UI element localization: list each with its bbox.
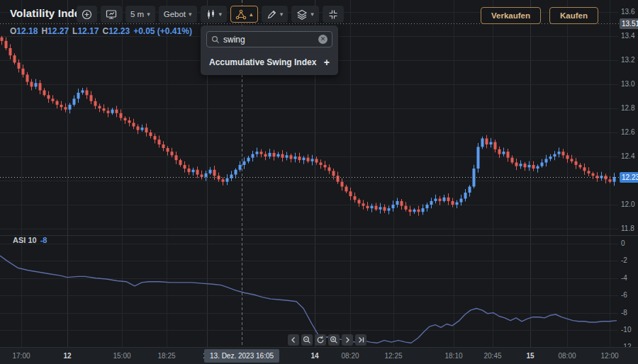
time-axis-label: 15 (526, 352, 534, 360)
zoom-out-icon (303, 336, 311, 344)
collapse-button[interactable] (323, 6, 344, 23)
indicator-search-popup: ✕ Accumulative Swing Index + (201, 25, 338, 75)
open-label: O (10, 26, 16, 36)
chevron-down-icon: ▾ (147, 11, 150, 18)
time-axis-label: 12:25 (384, 352, 402, 360)
price-axis-label: 0 (621, 239, 625, 247)
collapse-icon (328, 9, 339, 20)
candlestick-icon (206, 9, 216, 20)
price-axis-label: -10 (621, 326, 631, 334)
trade-buttons: Verkaufen Kaufen (481, 7, 598, 24)
chart-window: Volatility Index 5 m ▾ Gebot (0, 0, 638, 364)
time-axis-label: 12 (63, 352, 71, 360)
time-axis-label: 18:25 (157, 352, 175, 360)
price-axis-label: 13.4 (621, 32, 634, 40)
close-label: C (102, 26, 108, 36)
ohlc-legend: O12.18 H12.27 L12.17 C12.23 +0.05 (+0.41… (10, 26, 192, 36)
high-label: H (41, 26, 47, 36)
price-axis-label: -4 (621, 274, 627, 282)
chart-type-dropdown[interactable]: ▾ (201, 6, 228, 23)
time-axis-label: 17:00 (12, 352, 30, 360)
zoom-out-button[interactable] (301, 334, 313, 346)
asi-value: -8 (40, 236, 47, 244)
price-type-label: Gebot (164, 10, 186, 18)
price-type-dropdown[interactable]: Gebot ▾ (159, 6, 197, 23)
layers-icon (296, 9, 308, 20)
search-icon (211, 35, 220, 44)
reset-view-button[interactable] (315, 334, 326, 346)
go-to-end-button[interactable] (355, 334, 366, 346)
time-axis[interactable]: 17:001215:0018:25131408:2012:2518:1020:4… (0, 347, 638, 364)
chevron-right-icon (344, 336, 351, 343)
zoom-in-icon (330, 336, 338, 344)
price-axis[interactable]: 13.613.413.213.012.812.612.412.212.011.8… (620, 0, 638, 347)
price-axis-label: 12.4 (621, 152, 634, 160)
chevron-down-icon: ▾ (280, 11, 284, 18)
high-value: 12.27 (47, 26, 69, 36)
close-value: 12.23 (108, 26, 130, 36)
chart-nav-controls (288, 334, 366, 346)
asi-line[interactable] (0, 256, 617, 343)
time-axis-label: 14 (310, 352, 318, 360)
sell-button[interactable]: Verkaufen (481, 7, 541, 24)
price-axis-label: 12.6 (621, 128, 634, 136)
price-axis-label: 13.2 (621, 56, 634, 64)
refresh-icon (316, 336, 325, 344)
price-axis-label: 11.8 (621, 224, 634, 232)
buy-button[interactable]: Kaufen (549, 7, 598, 24)
add-indicator-button[interactable]: + (324, 57, 330, 68)
time-axis-label: 12:00 (600, 352, 618, 360)
chevron-up-icon: ▴ (250, 11, 253, 18)
zoom-in-button[interactable] (328, 334, 340, 346)
price-axis-label: -6 (621, 291, 627, 299)
interval-dropdown[interactable]: 5 m ▾ (125, 6, 155, 23)
open-value: 12.18 (16, 26, 38, 36)
chevron-down-icon: ▾ (219, 11, 223, 18)
tool-row: 5 m ▾ Gebot ▾ ▾ (77, 6, 344, 23)
symbol-title: Volatility Index (10, 7, 86, 19)
scroll-left-button[interactable] (288, 334, 299, 346)
asi-indicator-legend[interactable]: ASI 10 -8 (13, 236, 47, 244)
indicator-search-input[interactable] (223, 35, 315, 45)
change-value: +0.05 (+0.41%) (133, 26, 192, 36)
crosshair-time-badge: 13. Dez. 2023 16:05 (204, 349, 279, 363)
scroll-right-button[interactable] (342, 334, 353, 346)
interval-label: 5 m (130, 10, 144, 18)
price-axis-label: 12.0 (621, 200, 634, 208)
asi-name: ASI 10 (13, 236, 37, 244)
draw-tools-dropdown[interactable]: ▾ (262, 6, 289, 23)
price-axis-label: -8 (621, 309, 627, 317)
skip-to-end-icon (357, 336, 365, 343)
time-axis-label: 18:10 (444, 352, 462, 360)
clear-search-icon[interactable]: ✕ (318, 35, 328, 44)
time-axis-label: 20:45 (483, 352, 501, 360)
plus-circle-icon (82, 9, 92, 20)
compare-button[interactable] (77, 6, 97, 23)
price-axis-label: 13.0 (621, 80, 634, 88)
last-price-badge: 12.23 (620, 172, 638, 183)
indicators-icon (235, 9, 247, 20)
indicator-result-name: Accumulative Swing Index (209, 57, 316, 67)
chevron-down-icon: ▾ (189, 11, 192, 18)
indicator-result-row[interactable]: Accumulative Swing Index + (201, 54, 338, 71)
chart-display-icon (106, 9, 117, 20)
chart-display-button[interactable] (101, 6, 122, 23)
time-axis-label: 15:00 (113, 352, 130, 360)
low-value: 12.17 (77, 26, 99, 36)
chevron-left-icon (290, 336, 297, 343)
search-box: ✕ (206, 31, 332, 47)
price-axis-label: -2 (621, 256, 627, 264)
indicators-button[interactable]: ▴ (230, 6, 258, 23)
chevron-down-icon: ▾ (310, 11, 314, 18)
price-axis-label: 12.8 (621, 104, 634, 112)
layers-dropdown[interactable]: ▾ (291, 6, 319, 23)
pencil-icon (267, 9, 277, 20)
time-axis-label: 08:00 (558, 352, 576, 360)
time-axis-label: 08:20 (341, 352, 359, 360)
